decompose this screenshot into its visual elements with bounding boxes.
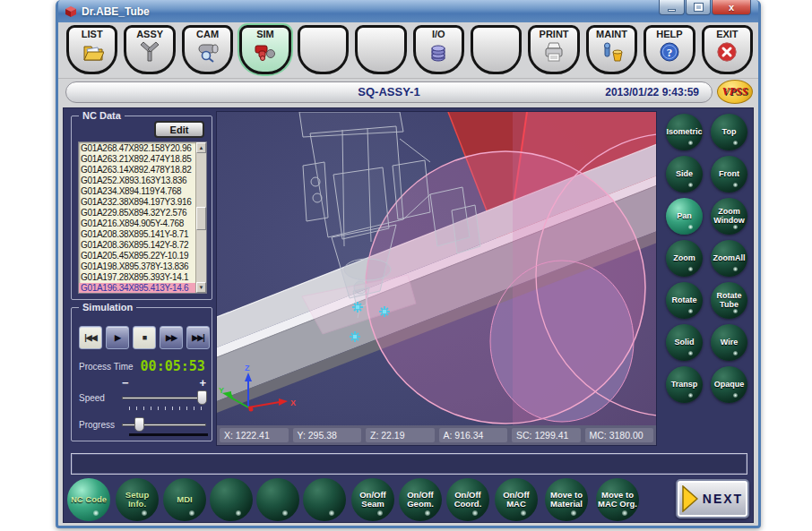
progress-slider[interactable] xyxy=(122,417,206,432)
tab-help[interactable]: HELP ? xyxy=(644,25,695,74)
tab-list[interactable]: LIST xyxy=(66,25,117,74)
vpss-logo: VPSS xyxy=(717,80,753,104)
nc-line[interactable]: G01A234.X894.119Y4.768 xyxy=(79,186,195,197)
bottom-button-bar: NC Code Setup Info. MDI On/Off Seam On/O… xyxy=(64,477,753,522)
tab-cam[interactable]: CAM xyxy=(182,25,233,74)
nc-line[interactable]: G01A197.28X895.393Y-14.1 xyxy=(79,272,195,283)
rotate-button[interactable]: Rotate xyxy=(666,282,703,319)
close-button[interactable]: x xyxy=(712,0,751,15)
assembly-name: SQ-ASSY-1 xyxy=(358,85,419,98)
nc-line[interactable]: G01A229.85X894.32Y2.576 xyxy=(79,208,195,218)
tab-print[interactable]: PRINT xyxy=(528,25,579,74)
tube-magnifier-icon xyxy=(195,41,220,63)
nc-line[interactable]: G01A205.45X895.22Y-10.19 xyxy=(79,251,195,261)
simulation-panel: Simulation |◀◀ ▶ ■ ▶▶ ▶▶| Process Time 0… xyxy=(71,307,212,441)
view-isometric-button[interactable]: Isometric xyxy=(666,114,703,150)
folder-icon xyxy=(81,41,104,63)
nc-data-title: NC Data xyxy=(79,110,125,121)
fast-forward-button[interactable]: ▶▶ xyxy=(160,326,183,349)
nc-code-button[interactable]: NC Code xyxy=(67,478,110,521)
nc-line[interactable]: G01A208.36X895.142Y-8.72 xyxy=(79,240,195,251)
tab-io[interactable]: I/O xyxy=(413,25,464,74)
empty-button-1[interactable] xyxy=(210,478,253,521)
onoff-geom-button[interactable]: On/Off Geom. xyxy=(399,478,442,521)
nc-list-scrollbar[interactable]: ▲ ▼ xyxy=(195,142,206,293)
wire-button[interactable]: Wire xyxy=(711,324,747,361)
skip-to-start-button[interactable]: |◀◀ xyxy=(79,326,102,349)
opaque-button[interactable]: Opaque xyxy=(711,366,747,403)
main-toolbar: LIST ASSY CAM xyxy=(58,22,758,78)
nc-line-selected[interactable]: G01A196.34X895.413Y-14.6 xyxy=(79,283,195,293)
titlebar[interactable]: Dr.ABE_Tube x xyxy=(58,0,758,22)
speed-slider-thumb[interactable] xyxy=(197,390,207,405)
move-to-mac-org-button[interactable]: Move to MAC Org. xyxy=(596,478,639,521)
speed-minus[interactable]: − xyxy=(122,376,129,390)
tab-sim[interactable]: SIM xyxy=(239,25,290,74)
svg-text:?: ? xyxy=(667,46,673,59)
tab-empty-1[interactable] xyxy=(298,25,349,74)
zoom-window-button[interactable]: Zoom Window xyxy=(711,198,747,235)
move-to-material-button[interactable]: Move to Material xyxy=(545,478,588,521)
onoff-coord-button[interactable]: On/Off Coord. xyxy=(446,478,489,521)
nc-data-panel: NC Data Edit G01A268.47X892.158Y20.96 G0… xyxy=(71,116,212,300)
next-label: NEXT xyxy=(703,492,743,506)
minimize-button[interactable] xyxy=(659,0,685,15)
speed-label: Speed xyxy=(79,393,122,403)
simulation-title: Simulation xyxy=(79,302,136,313)
view-top-button[interactable]: Top xyxy=(711,114,747,150)
setup-info-button[interactable]: Setup Info. xyxy=(116,478,159,521)
nc-line[interactable]: G01A263.21X892.474Y18.85 xyxy=(79,154,195,165)
tab-empty-3[interactable] xyxy=(471,25,522,74)
zoom-all-button[interactable]: ZoomAll xyxy=(711,240,747,277)
speed-plus[interactable]: + xyxy=(199,376,206,390)
nc-line[interactable]: G01A268.47X892.158Y20.96 xyxy=(79,143,195,154)
tab-assy[interactable]: ASSY xyxy=(124,25,175,74)
minimize-icon xyxy=(668,9,676,12)
y-pipe-icon xyxy=(138,41,161,63)
datetime: 2013/01/22 9:43:59 xyxy=(605,86,699,98)
nc-line[interactable]: G01A216.X894.905Y-4.768 xyxy=(79,218,195,229)
nc-code-list[interactable]: G01A268.47X892.158Y20.96 G01A263.21X892.… xyxy=(78,141,207,294)
nc-line[interactable]: G01A232.38X894.197Y3.916 xyxy=(79,197,195,208)
tab-maint[interactable]: MAINT xyxy=(586,25,637,74)
coord-a: A: 916.34 xyxy=(439,428,508,442)
empty-button-3[interactable] xyxy=(303,478,346,521)
mdi-button[interactable]: MDI xyxy=(163,478,206,521)
play-button[interactable]: ▶ xyxy=(106,326,129,349)
onoff-mac-button[interactable]: On/Off MAC xyxy=(495,478,538,521)
nc-line[interactable]: G01A252.X893.163Y13.836 xyxy=(79,176,195,186)
nc-line[interactable]: G01A263.14X892.478Y18.82 xyxy=(79,165,195,176)
onoff-seam-button[interactable]: On/Off Seam xyxy=(351,478,394,521)
next-button[interactable]: NEXT xyxy=(676,479,749,518)
scroll-thumb[interactable] xyxy=(196,207,206,230)
zoom-button[interactable]: Zoom xyxy=(666,240,703,277)
rotate-tube-button[interactable]: Rotate Tube xyxy=(711,282,747,319)
nc-line[interactable]: G01A198.X895.378Y-13.836 xyxy=(79,261,195,272)
coord-sc: SC: 1299.41 xyxy=(512,428,581,442)
speed-slider[interactable] xyxy=(122,390,206,405)
tab-empty-2[interactable] xyxy=(355,25,406,74)
pan-button[interactable]: Pan xyxy=(666,198,703,235)
app-window: Dr.ABE_Tube x LIST ASSY xyxy=(56,0,761,528)
stop-button[interactable]: ■ xyxy=(133,326,156,349)
printer-icon xyxy=(542,41,566,63)
solid-button[interactable]: Solid xyxy=(666,324,703,361)
scroll-down-icon[interactable]: ▼ xyxy=(196,282,206,293)
empty-button-2[interactable] xyxy=(256,478,299,521)
nc-line[interactable]: G01A208.38X895.141Y-8.71 xyxy=(79,229,195,240)
view-side-button[interactable]: Side xyxy=(666,156,703,193)
edit-button[interactable]: Edit xyxy=(154,121,204,138)
main-content: NC Data Edit G01A268.47X892.158Y20.96 G0… xyxy=(63,107,754,523)
viewport-3d[interactable]: Z Y X X: 1222.41 Y: 295.38 Z: 22.19 A: 9… xyxy=(216,111,657,446)
scroll-up-icon[interactable]: ▲ xyxy=(196,142,206,153)
skip-to-end-button[interactable]: ▶▶| xyxy=(186,326,210,349)
svg-text:Y: Y xyxy=(219,386,224,395)
exit-icon xyxy=(716,41,738,63)
tab-exit[interactable]: EXIT xyxy=(702,25,753,74)
progress-slider-thumb[interactable] xyxy=(134,417,144,432)
maximize-button[interactable] xyxy=(686,0,711,15)
transparent-button[interactable]: Transp xyxy=(666,366,703,403)
sim-machine-icon xyxy=(253,41,278,63)
process-time-label: Process Time xyxy=(79,362,134,372)
view-front-button[interactable]: Front xyxy=(711,156,747,193)
